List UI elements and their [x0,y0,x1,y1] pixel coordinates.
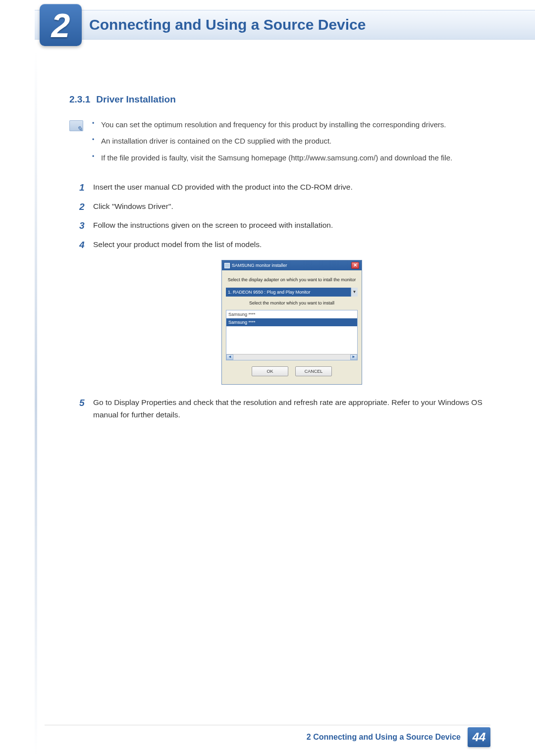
step-item: 3 Follow the instructions given on the s… [79,219,490,232]
installer-screenshot: SAMSUNG monitor installer ✕ Select the d… [221,260,362,385]
monitor-prompt: Select the monitor which you want to ins… [226,300,358,306]
page-number: 44 [473,730,486,744]
step-number: 2 [79,200,85,214]
app-icon [224,263,230,268]
page-footer: 2 Connecting and Using a Source Device 4… [45,727,490,747]
chapter-number-badge: 2 [40,4,82,46]
cancel-button[interactable]: CANCEL [295,366,332,376]
section-number: 2.3.1 [69,94,90,104]
list-item[interactable]: Samsung **** [226,310,357,318]
step-item: 1 Insert the user manual CD provided wit… [79,181,490,194]
step-text: Insert the user manual CD provided with … [93,183,353,191]
step-item: 2 Click "Windows Driver". [79,201,490,213]
section-heading: 2.3.1Driver Installation [69,94,490,105]
note-list: You can set the optimum resolution and f… [92,119,452,168]
step-number: 5 [79,396,85,410]
dialog-title-text: SAMSUNG monitor installer [232,262,287,269]
section-title: Driver Installation [96,94,176,104]
scroll-right-icon[interactable]: ► [350,354,357,360]
footer-chapter-text: 2 Connecting and Using a Source Device [307,733,461,742]
steps-list: 1 Insert the user manual CD provided wit… [79,181,490,421]
note-item: You can set the optimum resolution and f… [92,119,452,130]
note-item: An installation driver is contained on t… [92,135,452,147]
adapter-prompt: Select the display adapter on which you … [226,276,358,283]
dialog-titlebar: SAMSUNG monitor installer ✕ [222,260,362,270]
dialog-window: SAMSUNG monitor installer ✕ Select the d… [221,260,362,385]
chapter-number: 2 [52,6,70,45]
step-number: 3 [79,218,85,233]
step-text: Click "Windows Driver". [93,202,173,210]
chevron-down-icon[interactable]: ▼ [351,288,358,297]
note-icon [69,120,83,131]
chapter-header: Connecting and Using a Source Device [35,10,535,40]
ok-button[interactable]: OK [252,366,288,376]
step-item: 5 Go to Display Properties and check tha… [79,397,490,421]
note-item: If the file provided is faulty, visit th… [92,152,452,163]
step-text: Follow the instructions given on the scr… [93,221,333,229]
step-text: Select your product model from the list … [93,240,262,249]
footer-rule [45,725,490,725]
page-content: 2.3.1Driver Installation You can set the… [69,94,490,428]
chapter-title: Connecting and Using a Source Device [89,16,366,33]
horizontal-scrollbar[interactable]: ◄ ► [226,354,357,360]
step-text: Go to Display Properties and check that … [93,398,482,419]
step-item: 4 Select your product model from the lis… [79,239,490,385]
step-number: 1 [79,180,85,195]
page-number-badge: 44 [468,727,490,747]
scroll-left-icon[interactable]: ◄ [226,354,233,360]
left-margin-strip [35,50,37,756]
list-item[interactable]: Samsung **** [226,318,357,326]
adapter-dropdown[interactable]: 1. RADEON 9550 : Plug and Play Monitor ▼ [226,288,358,297]
adapter-selected: 1. RADEON 9550 : Plug and Play Monitor [228,290,311,295]
note-block: You can set the optimum resolution and f… [69,119,490,168]
dialog-buttons: OK CANCEL [226,360,358,381]
step-number: 4 [79,238,85,252]
monitor-listbox[interactable]: Samsung **** Samsung **** ◄ ► [226,310,358,360]
close-icon[interactable]: ✕ [351,262,359,269]
dialog-body: Select the display adapter on which you … [222,270,362,384]
